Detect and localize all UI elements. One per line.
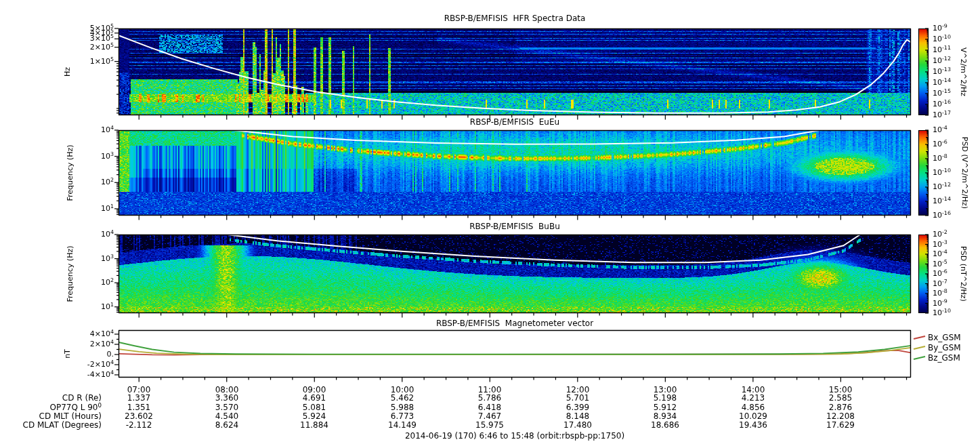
table-cell: 4.691 bbox=[287, 394, 341, 403]
figure-root: RBSP-B/EMFISIS HFR Spectra Data RBSP-B/E… bbox=[0, 0, 980, 446]
colorbar-tick-label: 10-9 bbox=[933, 300, 971, 308]
table-cell: 14.149 bbox=[375, 421, 429, 430]
caption: 2014-06-19 (170) 6:46 to 15:48 (orbit:rb… bbox=[119, 432, 911, 441]
panel-euu-title: RBSP-B/EMFISIS EuEu bbox=[119, 118, 911, 127]
y-tick-label: -4×104 bbox=[33, 371, 114, 379]
colorbar-tick-label: 10-4 bbox=[933, 126, 971, 134]
table-cell: 18.686 bbox=[638, 421, 692, 430]
colorbar-tick-label: 10-9 bbox=[933, 24, 971, 33]
table-cell: 15.975 bbox=[463, 421, 517, 430]
colorbar-tick-label: 10-8 bbox=[933, 289, 971, 298]
legend-label-bz-gsm: Bz_GSM bbox=[928, 354, 960, 363]
table-row-label: CD MLAT (Degrees) bbox=[0, 421, 102, 430]
y-tick-label: 1×105 bbox=[33, 58, 114, 66]
colorbar-tick-label: 10-2 bbox=[933, 230, 971, 239]
colorbar-tick-label: 10-16 bbox=[933, 211, 971, 220]
table-cell: 3.360 bbox=[200, 394, 254, 403]
y-tick-label: 104 bbox=[33, 230, 114, 239]
y-tick-label: 3×105 bbox=[33, 35, 114, 43]
colorbar-tick-label: 10-5 bbox=[933, 260, 971, 268]
y-tick-label: 4×104 bbox=[33, 330, 114, 338]
colorbar-tick-label: 10-4 bbox=[933, 250, 971, 258]
legend-label-by-gsm: By_GSM bbox=[928, 344, 961, 352]
table-cell: 5.198 bbox=[638, 394, 692, 403]
colorbar-tick-label: 10-10 bbox=[933, 309, 971, 317]
y-tick-label: 103 bbox=[33, 255, 114, 263]
y-tick-label: 101 bbox=[33, 205, 114, 213]
table-cell: 1.337 bbox=[112, 394, 166, 403]
colorbar-tick-label: 10-6 bbox=[933, 140, 971, 148]
colorbar-tick-label: 10-13 bbox=[933, 68, 971, 76]
panel-bubu-title: RBSP-B/EMFISIS BuBu bbox=[119, 222, 911, 231]
table-cell: 2.585 bbox=[813, 394, 868, 403]
table-cell: 4.213 bbox=[726, 394, 780, 403]
panel-hfr-title: RBSP-B/EMFISIS HFR Spectra Data bbox=[119, 14, 911, 23]
colorbar-tick-label: 10-16 bbox=[933, 100, 971, 108]
colorbar-tick-label: 10-10 bbox=[933, 169, 971, 177]
y-tick-label: -2×104 bbox=[33, 361, 114, 369]
table-cell: 5.786 bbox=[463, 394, 517, 403]
y-tick-label: 104 bbox=[33, 126, 114, 134]
y-tick-label: 101 bbox=[33, 303, 114, 311]
table-cell: 5.462 bbox=[375, 394, 429, 403]
euu-y-axis-label: Frequency (Hz) bbox=[66, 132, 74, 214]
colorbar-tick-label: 10-8 bbox=[933, 155, 971, 163]
table-cell: 17.480 bbox=[551, 421, 605, 430]
colorbar-tick-label: 10-15 bbox=[933, 89, 971, 98]
colorbar-tick-label: 10-14 bbox=[933, 197, 971, 205]
y-tick-label: 0. bbox=[33, 350, 114, 359]
colorbar-tick-label: 10-11 bbox=[933, 46, 971, 54]
colorbar-tick-label: 10-3 bbox=[933, 241, 971, 249]
y-tick-label: 2×104 bbox=[33, 340, 114, 348]
table-cell: -2.112 bbox=[112, 421, 166, 430]
colorbar-tick-label: 10-14 bbox=[933, 79, 971, 87]
colorbar-tick-label: 10-12 bbox=[933, 183, 971, 191]
legend-label-bx-gsm: Bx_GSM bbox=[928, 333, 961, 342]
table-cell: 19.436 bbox=[726, 421, 780, 430]
colorbar-tick-label: 10-7 bbox=[933, 280, 971, 288]
table-cell: 8.624 bbox=[200, 421, 254, 430]
colorbar-tick-label: 10-17 bbox=[933, 111, 971, 119]
y-tick-label: 102 bbox=[33, 178, 114, 186]
table-row-label: CD R (Re) bbox=[0, 394, 102, 403]
colorbar-tick-label: 10-6 bbox=[933, 270, 971, 278]
table-cell: 17.629 bbox=[813, 421, 868, 430]
table-cell: 5.701 bbox=[551, 394, 605, 403]
y-tick-label: 103 bbox=[33, 153, 114, 161]
bubu-y-axis-label: Frequency (Hz) bbox=[66, 233, 74, 315]
colorbar-tick-label: 10-12 bbox=[933, 57, 971, 65]
panel-mag-title: RBSP-B/EMFISIS Magnetometer vector bbox=[119, 319, 911, 328]
colorbar-tick-label: 10-10 bbox=[933, 35, 971, 43]
y-tick-label: 2×105 bbox=[33, 43, 114, 52]
table-cell: 11.884 bbox=[287, 421, 341, 430]
y-tick-label: 102 bbox=[33, 279, 114, 287]
